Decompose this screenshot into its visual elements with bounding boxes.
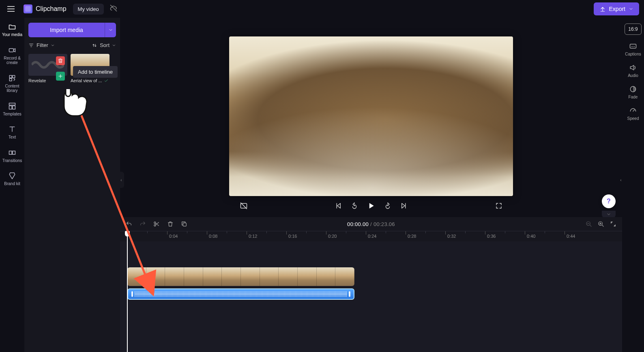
timeline: 00:00.00 / 00:23.06 0:040:080:120:160:20… (120, 217, 622, 352)
templates-icon (8, 102, 16, 110)
app-name: Clipchamp (36, 5, 67, 13)
skip-forward-icon (400, 202, 408, 209)
aspect-ratio-button[interactable]: 16:9 (625, 23, 641, 35)
chevron-down-icon (629, 6, 633, 11)
svg-rect-3 (9, 78, 12, 81)
fullscreen-button[interactable] (495, 202, 502, 209)
right-rail: 16:9 Captions Audio Fade Speed ‹ (622, 18, 644, 352)
speaker-icon (629, 64, 637, 72)
preview-off-button[interactable] (240, 202, 248, 210)
svg-rect-6 (13, 106, 15, 109)
rail-speed[interactable]: Speed (627, 107, 639, 121)
step-forward-button[interactable] (384, 202, 391, 209)
skip-back-icon (335, 202, 342, 209)
svg-rect-9 (630, 44, 636, 48)
filter-button[interactable]: Filter (28, 42, 55, 48)
fullscreen-icon (495, 202, 502, 209)
chevron-down-icon (108, 28, 113, 32)
undo-button[interactable] (126, 221, 132, 227)
svg-rect-1 (9, 75, 12, 78)
play-icon (367, 202, 375, 210)
brandkit-icon (8, 172, 16, 180)
scissors-icon (153, 221, 160, 227)
timecode: 00:00.00 / 00:23.06 (347, 221, 395, 227)
media-item-audio[interactable]: Revelate (28, 54, 67, 83)
export-button[interactable]: Export (594, 2, 639, 15)
sort-button[interactable]: Sort (92, 42, 116, 48)
import-media-dropdown[interactable] (105, 23, 116, 37)
trash-icon (167, 221, 174, 227)
check-icon (104, 78, 109, 83)
rail-audio[interactable]: Audio (628, 64, 638, 78)
folder-icon (8, 23, 16, 31)
cloud-off-icon[interactable] (109, 4, 118, 14)
split-button[interactable] (153, 221, 160, 227)
redo-button[interactable] (140, 221, 146, 227)
rail-text[interactable]: Text (0, 124, 24, 141)
clip-handle-left[interactable] (131, 291, 133, 297)
clip-handle-right[interactable] (349, 291, 350, 297)
import-media-main[interactable]: Import media (28, 23, 105, 37)
top-bar: Clipchamp My video Export (0, 0, 644, 18)
play-button[interactable] (367, 202, 375, 210)
step-back-button[interactable] (351, 202, 358, 209)
svg-rect-4 (9, 103, 15, 105)
rail-captions[interactable]: Captions (625, 42, 641, 56)
fit-button[interactable] (610, 221, 616, 227)
rewind-icon (351, 202, 358, 209)
rail-content-library[interactable]: Content library (0, 73, 24, 95)
video-clip[interactable] (127, 267, 354, 286)
player-controls (229, 202, 513, 210)
sort-icon (92, 43, 97, 48)
import-media-button[interactable]: Import media (28, 23, 116, 37)
trash-icon (58, 58, 63, 64)
help-button[interactable]: ? (602, 194, 616, 208)
skip-back-button[interactable] (335, 202, 342, 209)
delete-media-button[interactable] (56, 56, 65, 65)
timeline-ruler[interactable]: 0:040:080:120:160:200:240:280:320:360:40… (120, 231, 622, 241)
rail-brand-kit[interactable]: Brand kit (0, 170, 24, 188)
undo-icon (126, 221, 132, 227)
text-icon (8, 125, 16, 133)
forward-icon (384, 202, 391, 209)
menu-button[interactable] (5, 3, 17, 15)
speed-icon (629, 107, 637, 115)
zoom-in-button[interactable] (598, 221, 604, 227)
plus-icon (58, 73, 63, 79)
logo-icon (24, 4, 32, 13)
add-to-timeline-button[interactable] (56, 72, 65, 81)
copy-icon (181, 221, 187, 227)
stage (120, 18, 622, 217)
video-preview[interactable] (229, 36, 513, 196)
media-pane: Import media Filter Sort Revel (24, 18, 120, 352)
timeline-toolbar: 00:00.00 / 00:23.06 (120, 217, 622, 231)
rail-record-create[interactable]: Record & create (0, 45, 24, 67)
svg-rect-14 (183, 223, 186, 226)
duplicate-button[interactable] (181, 221, 187, 227)
fit-icon (610, 221, 616, 227)
svg-rect-0 (9, 48, 14, 51)
svg-rect-2 (13, 75, 15, 78)
redo-icon (140, 221, 146, 227)
library-icon (8, 74, 16, 82)
app-logo[interactable]: Clipchamp (24, 4, 67, 13)
delete-button[interactable] (167, 221, 174, 227)
timeline-tracks[interactable] (120, 241, 622, 352)
audio-clip[interactable] (127, 288, 354, 300)
rail-fade[interactable]: Fade (629, 85, 638, 99)
rail-transitions[interactable]: Transitions (0, 147, 24, 165)
project-title[interactable]: My video (73, 4, 104, 15)
image-off-icon (240, 202, 248, 210)
media-item-name: Aerial view of ... (71, 78, 109, 83)
add-to-timeline-tooltip: Add to timeline (73, 66, 118, 78)
transitions-icon (8, 149, 16, 157)
zoom-out-button[interactable] (586, 221, 592, 227)
skip-forward-button[interactable] (400, 202, 408, 209)
captions-icon (629, 42, 637, 50)
rail-templates[interactable]: Templates (0, 100, 24, 118)
fade-icon (629, 85, 637, 93)
upload-icon (599, 6, 606, 12)
camera-icon (8, 46, 16, 54)
rail-your-media[interactable]: Your media (0, 21, 24, 39)
filter-icon (28, 43, 34, 48)
